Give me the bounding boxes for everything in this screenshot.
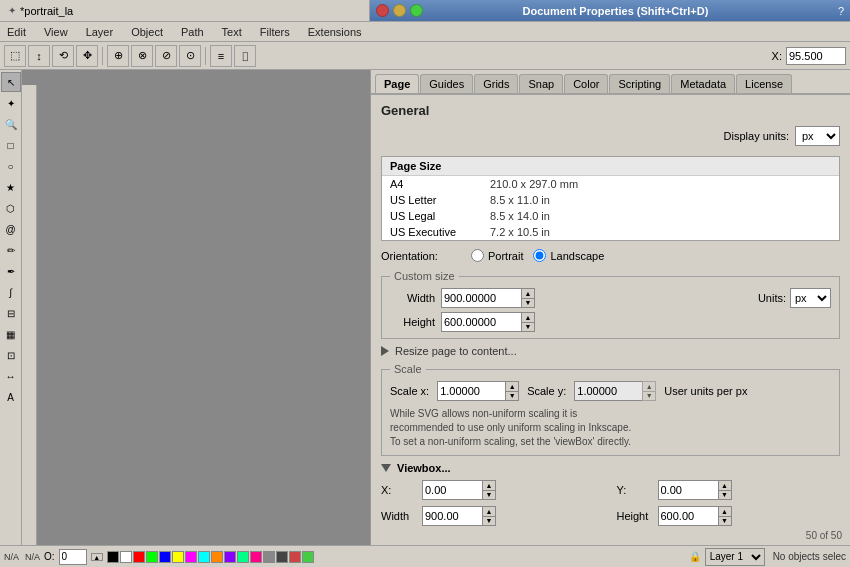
canvas-area[interactable]: -110 0 110 210 295 (22, 70, 370, 545)
dialog-help-icon[interactable]: ? (838, 5, 844, 17)
vb-width-input[interactable] (422, 506, 482, 526)
tool-connector[interactable]: ↔ (1, 366, 21, 386)
vb-height-input[interactable] (658, 506, 718, 526)
toolbar-btn-3[interactable]: ⟲ (52, 45, 74, 67)
tab-color[interactable]: Color (564, 74, 608, 93)
tool-3d[interactable]: ⬡ (1, 198, 21, 218)
tool-bucket[interactable]: ⊟ (1, 303, 21, 323)
swatch-darkred[interactable] (289, 551, 301, 563)
toolbar-btn-6[interactable]: ⊗ (131, 45, 153, 67)
menu-extensions[interactable]: Extensions (305, 26, 365, 38)
toolbar-btn-5[interactable]: ⊕ (107, 45, 129, 67)
toolbar-btn-8[interactable]: ⊙ (179, 45, 201, 67)
vb-x-spin-up[interactable]: ▲ (483, 481, 495, 491)
vb-y-spin-down[interactable]: ▼ (719, 491, 731, 500)
vb-y-spin-up[interactable]: ▲ (719, 481, 731, 491)
menu-path[interactable]: Path (178, 26, 207, 38)
layer-select[interactable]: Layer 1 (705, 548, 765, 566)
vb-x-input[interactable] (422, 480, 482, 500)
dialog-expand-btn[interactable] (410, 4, 423, 17)
swatch-cyan[interactable] (198, 551, 210, 563)
tool-calligraphy[interactable]: ∫ (1, 282, 21, 302)
tool-star[interactable]: ★ (1, 177, 21, 197)
vb-width-spin-up[interactable]: ▲ (483, 507, 495, 517)
tool-gradient[interactable]: ▦ (1, 324, 21, 344)
scale-x-input[interactable] (437, 381, 505, 401)
height-spin-down[interactable]: ▼ (522, 323, 534, 332)
toolbar-btn-4[interactable]: ✥ (76, 45, 98, 67)
tab-grids[interactable]: Grids (474, 74, 518, 93)
vb-height-spin-up[interactable]: ▲ (719, 507, 731, 517)
tool-spiral[interactable]: @ (1, 219, 21, 239)
tool-node[interactable]: ✦ (1, 93, 21, 113)
tab-scripting[interactable]: Scripting (609, 74, 670, 93)
toolbar-btn-10[interactable]: ⌷ (234, 45, 256, 67)
menu-edit[interactable]: Edit (4, 26, 29, 38)
width-spin-down[interactable]: ▼ (522, 299, 534, 308)
swatch-magenta[interactable] (185, 551, 197, 563)
landscape-radio[interactable] (533, 249, 546, 262)
tool-pen[interactable]: ✒ (1, 261, 21, 281)
viewbox-title-row[interactable]: Viewbox... (381, 462, 840, 474)
units-select[interactable]: pxmmin (790, 288, 831, 308)
page-size-row-a4[interactable]: A4 210.0 x 297.0 mm (382, 176, 839, 192)
page-size-row-legal[interactable]: US Legal 8.5 x 14.0 in (382, 208, 839, 224)
tab-guides[interactable]: Guides (420, 74, 473, 93)
scale-x-spin-up[interactable]: ▲ (506, 382, 518, 392)
swatch-white[interactable] (120, 551, 132, 563)
width-spin-up[interactable]: ▲ (522, 289, 534, 299)
scale-y-spin-up[interactable]: ▲ (643, 382, 655, 392)
menu-filters[interactable]: Filters (257, 26, 293, 38)
swatch-gray[interactable] (263, 551, 275, 563)
menu-view[interactable]: View (41, 26, 71, 38)
toolbar-btn-7[interactable]: ⊘ (155, 45, 177, 67)
tool-text[interactable]: A (1, 387, 21, 407)
opacity-input[interactable] (59, 549, 87, 565)
tool-eyedropper[interactable]: ⊡ (1, 345, 21, 365)
menu-text[interactable]: Text (219, 26, 245, 38)
swatch-rose[interactable] (250, 551, 262, 563)
swatch-lime[interactable] (146, 551, 158, 563)
tool-rect[interactable]: □ (1, 135, 21, 155)
swatch-orange[interactable] (211, 551, 223, 563)
portrait-option[interactable]: Portrait (471, 249, 523, 262)
tab-snap[interactable]: Snap (519, 74, 563, 93)
tab-license[interactable]: License (736, 74, 792, 93)
toolbar-btn-1[interactable]: ⬚ (4, 45, 26, 67)
scale-y-spin-down[interactable]: ▼ (643, 392, 655, 401)
swatch-yellow[interactable] (172, 551, 184, 563)
width-input[interactable] (441, 288, 521, 308)
tab-metadata[interactable]: Metadata (671, 74, 735, 93)
dialog-minimize-btn[interactable] (393, 4, 406, 17)
swatch-red[interactable] (133, 551, 145, 563)
display-units-select[interactable]: pxmmincm (795, 126, 840, 146)
landscape-option[interactable]: Landscape (533, 249, 604, 262)
tool-pencil[interactable]: ✏ (1, 240, 21, 260)
height-spin-up[interactable]: ▲ (522, 313, 534, 323)
swatch-blue[interactable] (159, 551, 171, 563)
swatch-springgreen[interactable] (237, 551, 249, 563)
page-size-row-executive[interactable]: US Executive 7.2 x 10.5 in (382, 224, 839, 240)
menu-object[interactable]: Object (128, 26, 166, 38)
tab-page[interactable]: Page (375, 74, 419, 93)
menu-layer[interactable]: Layer (83, 26, 117, 38)
swatch-purple[interactable] (224, 551, 236, 563)
portrait-radio[interactable] (471, 249, 484, 262)
scale-x-spin-down[interactable]: ▼ (506, 392, 518, 401)
height-input[interactable] (441, 312, 521, 332)
opacity-spin-up[interactable]: ▲ (91, 553, 103, 561)
coord-x-input[interactable] (786, 47, 846, 65)
h-scrollbar-thumb[interactable] (57, 535, 59, 545)
toolbar-btn-2[interactable]: ↕ (28, 45, 50, 67)
tool-select[interactable]: ↖ (1, 72, 21, 92)
tool-ellipse[interactable]: ○ (1, 156, 21, 176)
swatch-black[interactable] (107, 551, 119, 563)
vb-height-spin-down[interactable]: ▼ (719, 517, 731, 526)
toolbar-btn-9[interactable]: ≡ (210, 45, 232, 67)
resize-to-content-row[interactable]: Resize page to content... (381, 345, 840, 357)
swatch-dark[interactable] (276, 551, 288, 563)
scale-y-input[interactable] (574, 381, 642, 401)
vb-width-spin-down[interactable]: ▼ (483, 517, 495, 526)
dialog-close-btn[interactable] (376, 4, 389, 17)
tool-zoom[interactable]: 🔍 (1, 114, 21, 134)
